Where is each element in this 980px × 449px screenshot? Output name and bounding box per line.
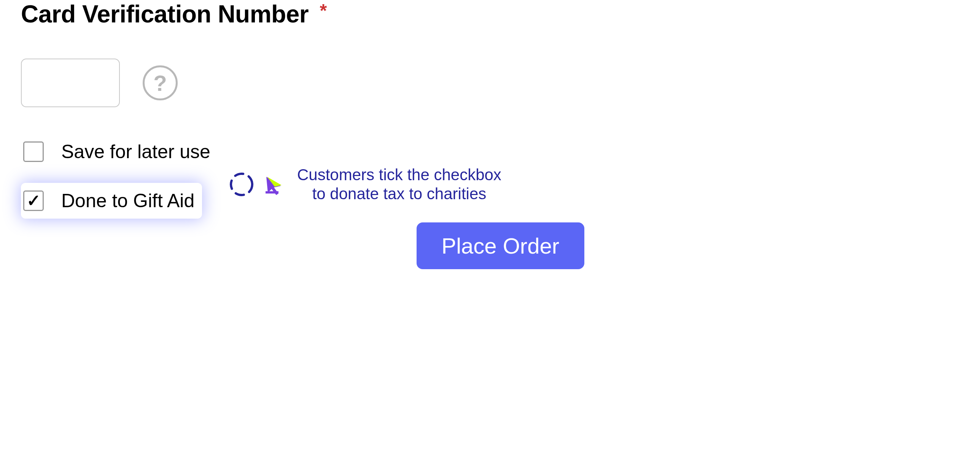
help-icon[interactable]: ? xyxy=(143,65,178,100)
action-button-row: Place Order xyxy=(417,222,584,269)
gift-aid-checkbox[interactable] xyxy=(23,190,44,211)
dashed-circle-icon xyxy=(228,171,255,198)
save-for-later-checkbox[interactable] xyxy=(23,141,44,162)
help-glyph: ? xyxy=(153,70,167,96)
cvv-section-title: Card Verification Number * xyxy=(21,0,959,28)
place-order-button[interactable]: Place Order xyxy=(417,222,584,269)
svg-rect-3 xyxy=(266,191,278,194)
gift-aid-row[interactable]: Done to Gift Aid xyxy=(21,183,202,219)
cvv-input[interactable] xyxy=(21,59,120,107)
annotation-callout: Customers tick the checkbox to donate ta… xyxy=(228,165,501,204)
cvv-input-row: ? xyxy=(21,59,959,107)
required-asterisk-icon: * xyxy=(320,0,326,21)
gift-aid-label: Done to Gift Aid xyxy=(61,190,194,212)
cvv-title-text: Card Verification Number xyxy=(21,0,309,28)
save-for-later-label: Save for later use xyxy=(61,141,210,163)
cursor-icon xyxy=(262,174,284,195)
annotation-line-2: to donate tax to charities xyxy=(297,184,501,203)
annotation-line-1: Customers tick the checkbox xyxy=(297,165,501,184)
save-for-later-row[interactable]: Save for later use xyxy=(21,134,218,170)
svg-point-0 xyxy=(231,174,252,195)
annotation-text: Customers tick the checkbox to donate ta… xyxy=(297,165,501,204)
